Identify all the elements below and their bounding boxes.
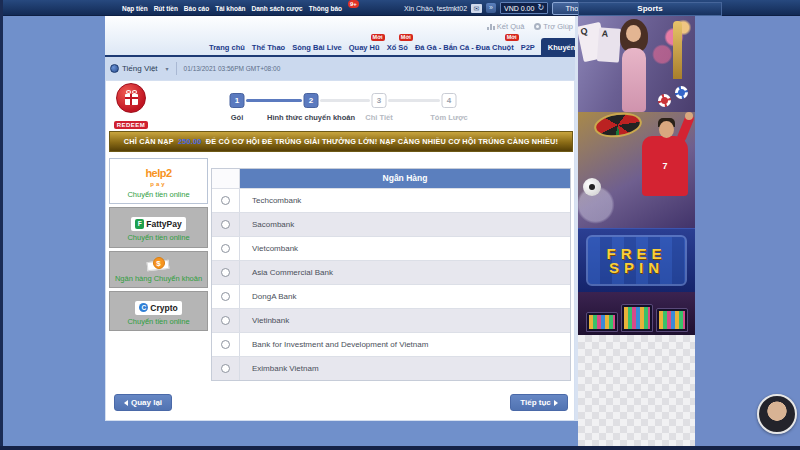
bank-row-donga-bank[interactable]: DongA Bank [212,284,570,308]
webcam-avatar [757,394,797,434]
payment-method-help2pay[interactable]: help2payChuyển tiền online [109,158,208,204]
locale-bar: Tiếng Việt ▾ 01/13/2021 03:56PM GMT+08:0… [105,57,575,80]
slot-cabinet-icon [621,304,653,332]
dollar-coin-icon: $ [153,257,165,269]
results-link[interactable]: Kết Quả [487,22,525,31]
bank-row-asia-commercial-bank[interactable]: Asia Commercial Bank [212,260,570,284]
step-connector [388,99,440,102]
topbar-menu-tai-khoan[interactable]: Tài khoản [215,5,245,12]
step-1-box[interactable]: 1 [230,93,245,108]
bank-row-vietinbank[interactable]: Vietinbank [212,308,570,332]
new-badge: Mới [505,34,519,42]
step-2-box[interactable]: 2 [304,93,319,108]
shield-icon: F [135,219,144,229]
sports-player-banner[interactable]: 7 [578,112,695,228]
topbar-menu-danh-sach-cuoc[interactable]: Danh sách cược [252,5,303,12]
bank-rows: TechcombankSacombankVietcombankAsia Comm… [212,188,570,380]
bank-row-bank-for-investment-and-development-of-vietnam[interactable]: Bank for Investment and Development of V… [212,332,570,356]
bank-radio[interactable] [221,244,230,253]
fattypay-logo: FFattyPay [131,217,185,231]
bank-transfer-icon: $ [147,257,171,272]
nav-tab-p2p[interactable]: P2P [520,43,536,52]
notification-count-badge[interactable]: 9+ [348,0,359,8]
help-link[interactable]: Trợ Giúp [534,22,573,31]
nav-tab-a-ga-ban-ca-ua-chuot[interactable]: Đá Gà - Bắn Cá - Đua ChuộtMới [414,43,515,52]
bank-row-vietcombank[interactable]: Vietcombank [212,236,570,260]
new-badge: Mới [371,34,385,42]
step-4-box[interactable]: 4 [442,93,457,108]
casino-chip-icon [658,94,671,107]
slot-cabinet-icon [656,308,688,332]
step-4-label: Tóm Lược [430,113,467,122]
bank-row-eximbank-vietnam[interactable]: Eximbank Vietnam [212,356,570,380]
crypto-logo: CCrypto [135,301,181,315]
bank-radio[interactable] [221,268,230,277]
results-icon [487,24,495,30]
bank-radio[interactable] [221,220,230,229]
transparent-checker-area [578,335,695,446]
expand-balance-icon[interactable]: » [486,3,496,13]
screen: Nạp tiềnRút tiềnBáo cáoTài khoảnDanh sác… [0,0,800,450]
bank-radio[interactable] [221,292,230,301]
nav-tab-the-thao[interactable]: Thể Thao [251,43,286,52]
bank-radio[interactable] [221,364,230,373]
nav-tab-quay-hu[interactable]: Quay HũMới [348,43,381,52]
globe-icon [110,64,119,73]
back-button[interactable]: Quay lại [114,394,172,411]
slot-games-banner[interactable] [578,292,695,335]
free-spin-banner[interactable]: FREE SPIN [578,228,695,292]
content-panel: REDEEM 1Gói2Hình thức chuyển khoản3Chi T… [105,80,575,421]
topbar-menu-bao-cao[interactable]: Báo cáo [184,5,209,12]
balance-value: VND 0.00 [504,5,534,12]
language-label: Tiếng Việt [122,64,158,73]
nav-tab-xo-so[interactable]: Xổ SốMới [386,43,409,52]
promo-banner: CHỈ CẦN NẠP 250.00 ĐỂ CÓ CƠ HỘI ĐỂ TRÚNG… [109,131,573,152]
bank-table: Ngân Hàng TechcombankSacombankVietcomban… [211,168,571,381]
user-area: Xin Chào, testmkt02 ✉ » VND 0.00 ↻ Thoát [404,1,598,15]
topbar-menu: Nạp tiềnRút tiềnBáo cáoTài khoảnDanh sác… [122,0,359,16]
payment-method-fattypay[interactable]: FFattyPayChuyển tiền online [109,207,208,247]
bank-radio[interactable] [221,316,230,325]
sports-header[interactable]: Sports [578,2,722,16]
bank-name: Vietcombank [240,237,298,260]
nav-tab-song-bai-live[interactable]: Sòng Bài Live [291,43,343,52]
bank-row-sacombank[interactable]: Sacombank [212,212,570,236]
topbar-menu-nap-tien[interactable]: Nạp tiền [122,5,148,12]
bank-radio[interactable] [221,340,230,349]
footballer-graphic: 7 [642,136,688,196]
refresh-icon[interactable]: ↻ [537,3,544,13]
topbar-menu-thong-bao[interactable]: Thông báo [309,5,342,12]
step-3-label: Chi Tiết [365,113,392,122]
mail-icon[interactable]: ✉ [471,4,482,13]
bank-row-techcombank[interactable]: Techcombank [212,188,570,212]
roulette-icon [593,112,644,140]
step-3-box[interactable]: 3 [372,93,387,108]
window-bottom-edge [0,446,800,450]
payment-method-list: help2payChuyển tiền onlineFFattyPayChuyể… [109,158,208,334]
continue-button[interactable]: Tiếp tục [510,394,568,411]
language-selector[interactable]: Tiếng Việt ▾ [110,64,169,73]
help-icon [534,23,541,30]
bank-name: Eximbank Vietnam [240,357,319,380]
timestamp: 01/13/2021 03:56PM GMT+08:00 [184,65,281,72]
step-2-label: Hình thức chuyển khoản [267,113,355,122]
payment-caption: Ngân hàng Chuyển khoản [112,274,205,283]
nav-tab-trang-chu[interactable]: Trang chủ [208,43,246,52]
payment-method-crypto[interactable]: CCryptoChuyển tiền online [109,291,208,331]
casino-chip-icon [675,86,688,99]
promo-banner-text: CHỈ CẦN NẠP 250.00 ĐỂ CÓ CƠ HỘI ĐỂ TRÚNG… [124,137,558,146]
bank-name: DongA Bank [240,285,296,308]
payment-method-bank-transfer[interactable]: $Ngân hàng Chuyển khoản [109,251,208,288]
bank-name: Vietinbank [240,309,289,332]
crypto-coin-icon: C [139,303,148,312]
bank-table-header-row: Ngân Hàng [212,169,570,188]
casino-girl-banner[interactable]: Q A [578,16,695,112]
bank-radio[interactable] [221,196,230,205]
playing-card-icon: A [597,27,621,62]
wizard-steps: 1Gói2Hình thức chuyển khoản3Chi Tiết4Tóm… [106,81,576,127]
payment-caption: Chuyển tiền online [112,233,205,242]
tower-graphic [673,21,682,79]
continue-arrow-icon [554,400,558,406]
topbar-menu-rut-tien[interactable]: Rút tiền [154,5,178,12]
divider [176,62,177,75]
